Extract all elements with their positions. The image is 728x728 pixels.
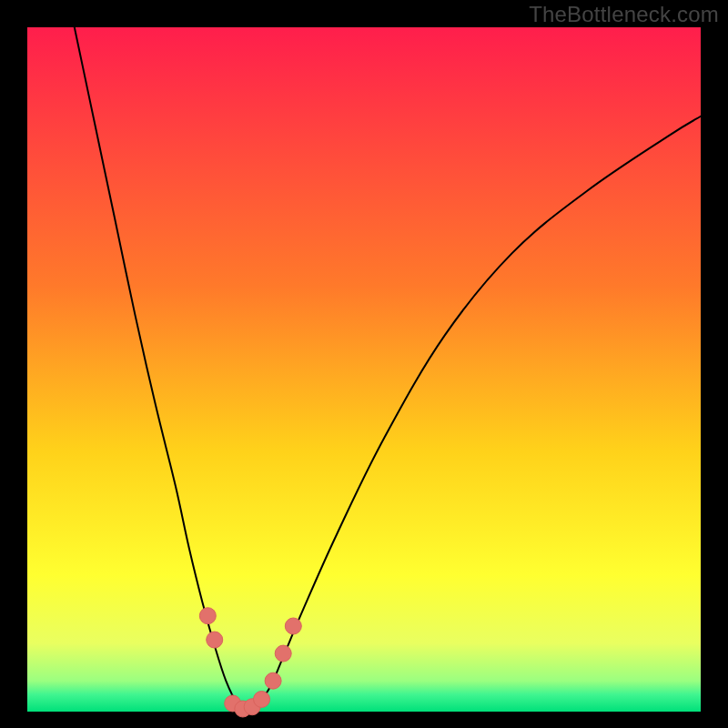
highlight-marker (207, 632, 223, 648)
watermark-text: TheBottleneck.com (529, 2, 719, 27)
highlight-marker (275, 645, 291, 662)
highlight-marker (199, 608, 216, 624)
highlight-marker (254, 691, 270, 707)
plot-gradient-background (27, 27, 701, 712)
bottleneck-chart (0, 0, 728, 728)
chart-frame: TheBottleneck.com (0, 0, 728, 728)
highlight-marker (285, 618, 301, 634)
highlight-marker (265, 672, 281, 689)
